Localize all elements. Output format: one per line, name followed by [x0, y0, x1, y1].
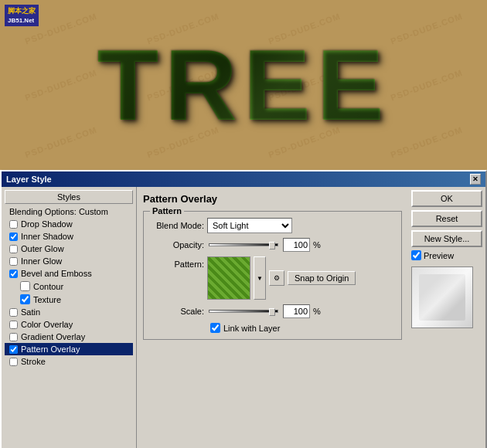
right-panel: OK Reset New Style... Preview	[408, 187, 485, 448]
opacity-input[interactable]	[283, 238, 310, 252]
texture-item[interactable]: Texture	[5, 293, 133, 306]
pattern-overlay-checkbox[interactable]	[9, 345, 18, 354]
ok-button[interactable]: OK	[411, 190, 482, 207]
styles-button[interactable]: Styles	[5, 190, 133, 204]
outer-glow-label: Outer Glow	[21, 244, 64, 253]
scale-label: Scale:	[150, 307, 204, 316]
gradient-overlay-item[interactable]: Gradient Overlay	[5, 331, 133, 343]
main-content: Pattern Overlay Pattern Blend Mode: Soft…	[137, 187, 408, 448]
inner-glow-label: Inner Glow	[21, 256, 62, 266]
inner-shadow-checkbox[interactable]	[9, 232, 18, 241]
pattern-label: Pattern:	[150, 256, 204, 269]
pattern-row: Pattern: ▼ ⚙ Snap to Origin	[150, 256, 395, 300]
scale-input[interactable]	[283, 304, 310, 318]
preview-box	[411, 266, 473, 328]
scale-slider-thumb[interactable]	[269, 308, 275, 316]
texture-label: Texture	[33, 295, 61, 304]
opacity-label: Opacity:	[150, 240, 204, 249]
bevel-emboss-label: Bevel and Emboss	[21, 269, 92, 278]
pattern-preview	[207, 256, 250, 300]
outer-glow-checkbox[interactable]	[9, 245, 18, 253]
new-style-button[interactable]: New Style...	[411, 230, 482, 247]
drop-shadow-item[interactable]: Drop Shadow	[5, 218, 133, 230]
close-button[interactable]: ✕	[470, 174, 481, 185]
gradient-overlay-label: Gradient Overlay	[21, 332, 85, 341]
bevel-emboss-checkbox[interactable]	[9, 270, 18, 278]
dialog-titlebar: Layer Style ✕	[2, 171, 485, 187]
dialog-title: Layer Style	[6, 175, 52, 184]
pattern-overlay-item[interactable]: Pattern Overlay	[5, 343, 133, 355]
snap-to-origin-button[interactable]: Snap to Origin	[288, 271, 356, 285]
contour-item[interactable]: Contour	[5, 280, 133, 293]
link-with-layer-label: Link with Layer	[223, 324, 280, 333]
contour-checkbox[interactable]	[20, 281, 30, 291]
stroke-label: Stroke	[21, 357, 46, 366]
inner-glow-checkbox[interactable]	[9, 257, 18, 266]
blend-mode-label: Blend Mode:	[150, 221, 204, 230]
canvas-area: 脚本之家 JB51.Net PSD-DUDE.COM PSD-DUDE.COM …	[0, 0, 487, 170]
stroke-item[interactable]: Stroke	[5, 355, 133, 368]
inner-shadow-item[interactable]: Inner Shadow	[5, 230, 133, 243]
pattern-overlay-label: Pattern Overlay	[21, 344, 80, 354]
stroke-checkbox[interactable]	[9, 358, 18, 366]
inner-glow-item[interactable]: Inner Glow	[5, 255, 133, 267]
pattern-preview-container: ▼ ⚙ Snap to Origin	[207, 256, 356, 300]
drop-shadow-checkbox[interactable]	[9, 220, 18, 229]
opacity-percent: %	[313, 240, 321, 249]
scale-percent: %	[313, 307, 321, 316]
link-layer-row: Link with Layer	[150, 323, 395, 333]
preview-inner	[419, 274, 465, 321]
blending-options-label: Blending Options: Custom	[9, 207, 108, 216]
satin-item[interactable]: Satin	[5, 306, 133, 318]
color-overlay-label: Color Overlay	[21, 320, 73, 329]
satin-checkbox[interactable]	[9, 308, 18, 317]
gradient-overlay-checkbox[interactable]	[9, 333, 18, 341]
opacity-slider-track[interactable]	[209, 243, 278, 246]
inner-shadow-label: Inner Shadow	[21, 232, 73, 241]
dialog-body: Styles Blending Options: Custom Drop Sha…	[2, 187, 485, 448]
blending-options-item[interactable]: Blending Options: Custom	[5, 205, 133, 218]
pattern-group: Pattern Blend Mode: Soft Light Opacity: …	[143, 211, 402, 340]
link-with-layer-checkbox[interactable]	[210, 323, 220, 333]
panel-title: Pattern Overlay	[143, 193, 402, 205]
preview-label: Preview	[424, 251, 454, 260]
drop-shadow-label: Drop Shadow	[21, 219, 73, 229]
opacity-slider-thumb[interactable]	[269, 242, 275, 249]
pattern-dropdown-button[interactable]: ▼	[254, 256, 266, 300]
left-panel: Styles Blending Options: Custom Drop Sha…	[2, 187, 137, 448]
tree-text: TREE	[97, 27, 390, 143]
color-overlay-item[interactable]: Color Overlay	[5, 318, 133, 331]
contour-label: Contour	[33, 282, 63, 291]
bevel-emboss-item[interactable]: Bevel and Emboss	[5, 267, 133, 280]
logo-badge: 脚本之家 JB51.Net	[5, 5, 39, 26]
scale-row: Scale: %	[150, 304, 395, 318]
reset-button[interactable]: Reset	[411, 210, 482, 227]
blend-mode-select[interactable]: Soft Light	[207, 218, 292, 233]
color-overlay-checkbox[interactable]	[9, 321, 18, 329]
group-title: Pattern	[150, 206, 184, 216]
layer-style-dialog: Layer Style ✕ Styles Blending Options: C…	[0, 170, 487, 448]
preview-row: Preview	[411, 250, 482, 260]
satin-label: Satin	[21, 307, 40, 317]
scale-slider-track[interactable]	[209, 310, 278, 313]
outer-glow-item[interactable]: Outer Glow	[5, 243, 133, 255]
pattern-options-button[interactable]: ⚙	[269, 270, 284, 286]
preview-checkbox[interactable]	[411, 250, 421, 260]
blend-mode-row: Blend Mode: Soft Light	[150, 218, 395, 233]
texture-checkbox[interactable]	[20, 294, 30, 304]
opacity-row: Opacity: %	[150, 238, 395, 252]
